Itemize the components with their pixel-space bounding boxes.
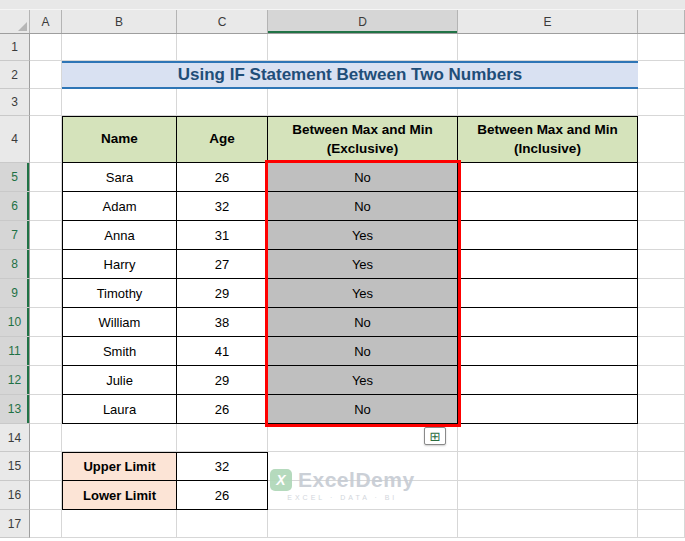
table-header-age[interactable]: Age	[177, 116, 268, 163]
cell[interactable]	[268, 510, 458, 538]
cell[interactable]	[30, 510, 62, 538]
lower-limit-value[interactable]: 26	[177, 481, 268, 510]
age-cell[interactable]: 26	[177, 395, 268, 424]
cell[interactable]	[268, 89, 458, 116]
cell[interactable]	[30, 61, 62, 89]
autofill-options-button[interactable]: ⊞	[424, 427, 446, 445]
row-header-3[interactable]: 3	[0, 89, 30, 116]
row-header-4[interactable]: 4	[0, 116, 30, 163]
cell[interactable]	[62, 34, 177, 61]
inclusive-cell[interactable]	[458, 395, 638, 424]
row-header-8[interactable]: 8	[0, 250, 30, 279]
name-cell[interactable]: Timothy	[62, 279, 177, 308]
inclusive-cell[interactable]	[458, 250, 638, 279]
age-cell[interactable]: 31	[177, 221, 268, 250]
cell[interactable]	[268, 452, 458, 481]
row-header-2[interactable]: 2	[0, 61, 30, 89]
cell[interactable]	[458, 424, 638, 452]
cell[interactable]	[638, 395, 685, 424]
cell[interactable]	[458, 34, 638, 61]
exclusive-cell[interactable]: No	[268, 163, 458, 192]
cell[interactable]	[638, 279, 685, 308]
cell[interactable]	[30, 116, 62, 163]
exclusive-cell[interactable]: No	[268, 395, 458, 424]
lower-limit-label[interactable]: Lower Limit	[62, 481, 177, 510]
cell[interactable]	[177, 89, 268, 116]
cell[interactable]	[638, 308, 685, 337]
cell[interactable]	[30, 452, 62, 481]
cell[interactable]	[268, 34, 458, 61]
cell[interactable]	[62, 89, 177, 116]
exclusive-cell[interactable]: No	[268, 308, 458, 337]
cell[interactable]	[30, 308, 62, 337]
table-header-name[interactable]: Name	[62, 116, 177, 163]
inclusive-cell[interactable]	[458, 163, 638, 192]
cell[interactable]	[638, 89, 685, 116]
name-cell[interactable]: Julie	[62, 366, 177, 395]
exclusive-cell[interactable]: Yes	[268, 221, 458, 250]
age-cell[interactable]: 38	[177, 308, 268, 337]
cell[interactable]	[30, 163, 62, 192]
cell[interactable]	[638, 366, 685, 395]
exclusive-cell[interactable]: Yes	[268, 250, 458, 279]
age-cell[interactable]: 29	[177, 366, 268, 395]
age-cell[interactable]: 26	[177, 163, 268, 192]
row-header-9[interactable]: 9	[0, 279, 30, 308]
cell[interactable]	[30, 366, 62, 395]
inclusive-cell[interactable]	[458, 337, 638, 366]
row-header-12[interactable]: 12	[0, 366, 30, 395]
column-header-d[interactable]: D	[268, 10, 458, 33]
age-cell[interactable]: 41	[177, 337, 268, 366]
select-all-corner[interactable]	[0, 10, 30, 33]
cell[interactable]	[30, 481, 62, 510]
cell[interactable]	[30, 337, 62, 366]
cell[interactable]	[638, 510, 685, 538]
name-cell[interactable]: Laura	[62, 395, 177, 424]
row-header-1[interactable]: 1	[0, 34, 30, 61]
inclusive-cell[interactable]	[458, 366, 638, 395]
cell[interactable]	[30, 34, 62, 61]
name-cell[interactable]: Harry	[62, 250, 177, 279]
cell[interactable]	[62, 510, 177, 538]
name-cell[interactable]: Smith	[62, 337, 177, 366]
cell[interactable]	[638, 424, 685, 452]
cell[interactable]	[177, 424, 268, 452]
cell[interactable]	[268, 481, 458, 510]
age-cell[interactable]: 27	[177, 250, 268, 279]
cell[interactable]	[638, 192, 685, 221]
inclusive-cell[interactable]	[458, 192, 638, 221]
worksheet-title[interactable]: Using IF Statement Between Two Numbers	[62, 61, 638, 89]
cell[interactable]	[30, 250, 62, 279]
column-header-b[interactable]: B	[62, 10, 177, 33]
age-cell[interactable]: 29	[177, 279, 268, 308]
cell[interactable]	[30, 424, 62, 452]
cell[interactable]	[177, 510, 268, 538]
name-cell[interactable]: Sara	[62, 163, 177, 192]
exclusive-cell[interactable]: Yes	[268, 366, 458, 395]
cell[interactable]	[458, 452, 638, 481]
cell[interactable]	[458, 481, 638, 510]
exclusive-cell[interactable]: Yes	[268, 279, 458, 308]
column-header-c[interactable]: C	[177, 10, 268, 33]
cell[interactable]	[30, 279, 62, 308]
cell[interactable]	[30, 192, 62, 221]
cell[interactable]	[638, 481, 685, 510]
cell[interactable]	[458, 510, 638, 538]
name-cell[interactable]: Adam	[62, 192, 177, 221]
row-header-10[interactable]: 10	[0, 308, 30, 337]
cell[interactable]	[638, 163, 685, 192]
column-header-f[interactable]	[638, 10, 685, 33]
exclusive-cell[interactable]: No	[268, 192, 458, 221]
cell[interactable]	[638, 34, 685, 61]
cell[interactable]	[30, 221, 62, 250]
row-header-11[interactable]: 11	[0, 337, 30, 366]
row-header-14[interactable]: 14	[0, 424, 30, 452]
cell[interactable]	[30, 89, 62, 116]
row-header-7[interactable]: 7	[0, 221, 30, 250]
age-cell[interactable]: 32	[177, 192, 268, 221]
cell[interactable]	[62, 424, 177, 452]
column-header-e[interactable]: E	[458, 10, 638, 33]
column-header-a[interactable]: A	[30, 10, 62, 33]
inclusive-cell[interactable]	[458, 279, 638, 308]
cell[interactable]	[638, 452, 685, 481]
